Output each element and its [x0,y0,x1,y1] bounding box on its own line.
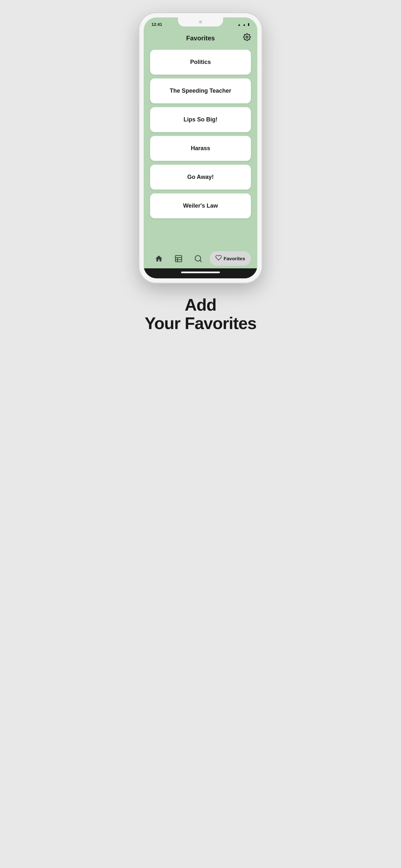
home-icon [155,254,163,263]
svg-point-0 [246,36,248,38]
phone-shell: 12:41 ▲ ▲ ▮ Favorites [139,13,262,283]
notch [178,18,223,27]
list-icon [174,254,183,263]
status-time: 12:41 [151,22,162,27]
wifi-icon: ▲ [243,23,246,27]
page-title: Favorites [186,35,215,42]
svg-rect-1 [175,255,182,262]
heart-icon [215,254,222,262]
tagline-line1: Add [145,296,256,314]
battery-icon: ▮ [248,22,250,27]
list-item[interactable]: Politics [150,50,251,74]
tagline: Add Your Favorites [145,296,256,333]
settings-button[interactable] [243,33,251,43]
signal-icon: ▲ [237,23,241,27]
list-item[interactable]: The Speeding Teacher [150,79,251,103]
list-item[interactable]: Harass [150,136,251,161]
bottom-nav: Favorites [144,247,257,268]
home-indicator-bar [144,268,257,278]
page-wrapper: 12:41 ▲ ▲ ▮ Favorites [123,13,278,333]
favorites-list: PoliticsThe Speeding TeacherLips So Big!… [144,46,257,221]
list-item[interactable]: Lips So Big! [150,107,251,132]
app-header: Favorites [144,29,257,46]
nav-favorites-label: Favorites [224,256,245,261]
nav-search-button[interactable] [189,252,207,265]
home-indicator [181,272,220,273]
phone-screen: 12:41 ▲ ▲ ▮ Favorites [144,18,257,278]
list-item[interactable]: Go Away! [150,165,251,190]
svg-line-6 [200,260,202,262]
gear-icon [243,33,251,41]
nav-list-button[interactable] [170,252,187,265]
camera-dot [199,20,202,24]
nav-home-button[interactable] [150,252,167,265]
search-icon [194,254,203,263]
status-icons: ▲ ▲ ▮ [237,22,250,27]
list-item[interactable]: Weiler's Law [150,193,251,218]
tagline-line2: Your Favorites [145,314,256,333]
list-spacer [144,221,257,247]
nav-favorites-button[interactable]: Favorites [210,251,251,266]
